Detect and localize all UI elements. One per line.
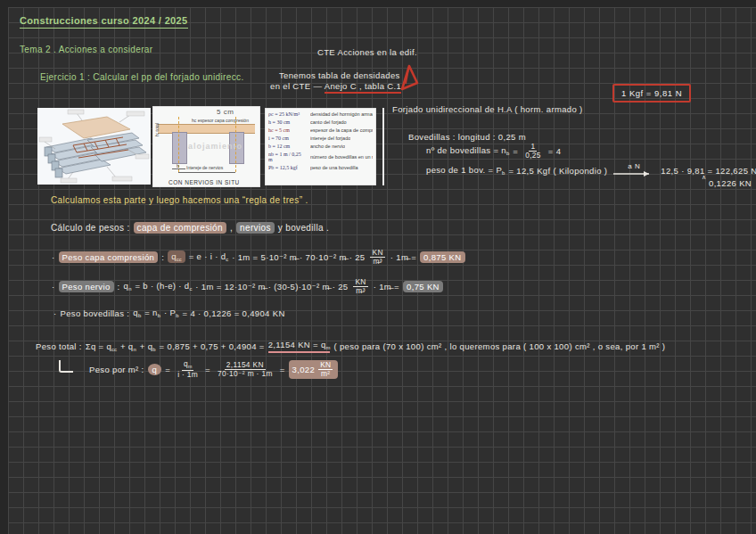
bullet: · [52, 252, 55, 262]
bovedillas-title: Bovedillas : longitud : 0,25 m [408, 132, 526, 142]
b-dimension-line [172, 168, 185, 169]
fraction-denominator: m̶³ [354, 287, 366, 295]
highlight-capa-compresion: capa de compresión [134, 222, 226, 234]
fraction-denominator: 70·10⁻² m · 1m [216, 370, 275, 378]
qcc-eq1: = e · i · dc [189, 251, 229, 262]
qn-unit-fraction: KN m̶³ [353, 278, 367, 295]
highlight-nervios: nervios [236, 222, 275, 234]
peso-capa-compresion-line: · Peso capa compresión : qcc = e · i · d… [52, 249, 465, 266]
comma: , [230, 223, 233, 233]
qcc-result: 0,875 KN [420, 251, 464, 263]
course-title: Construcciones curso 2024 / 2025 [20, 15, 188, 29]
forjado-note: Forjado unidireccional de H.A ( horm. ar… [392, 104, 583, 114]
data-row: h = 30 cm canto del forjado [265, 118, 376, 126]
section-figure: 5 cm hc espesor capa compresión h: total… [152, 106, 260, 187]
hc-label: hc espesor capa compresión [192, 118, 249, 123]
peso-por-m2-line: Peso por m² : q = qm i · 1m = 2,1154 KN … [89, 360, 338, 379]
kgf-conversion-box: 1 Kgf = 9,81 N [612, 84, 691, 103]
exercise-heading: Ejercicio 1 : Calcular el pp del forjado… [40, 72, 244, 82]
fraction-numerator: qm [182, 360, 193, 370]
watermark-text: alojamiento [188, 142, 242, 151]
fraction-denominator: m² [319, 370, 332, 378]
data-row: b = 12 cm ancho de nervio [265, 142, 376, 150]
table-note-reference: Anejo C , tabla C.1 [325, 81, 401, 94]
peso-bovedilla-line: peso de 1 bov. = Pb = 12,5 Kgf ( Kilopon… [426, 163, 756, 177]
qcc-eq1b: · 1m = 5·10⁻² m̶ · 70·10⁻² m̶ · 25 [232, 252, 365, 262]
colon: : [118, 282, 120, 292]
data-row: nb = 1 m / 0,25 m número de bovedillas e… [265, 150, 376, 163]
result-unit-fraction: KN m² [318, 361, 333, 378]
qn-result: 0,75 KN [403, 281, 443, 292]
table-note-line2: en el CTE — Anejo C , tabla C.1 [270, 81, 401, 91]
total-p1: + qn [120, 341, 136, 352]
data-symbol: ρc = 25 kN/m³ [268, 111, 306, 117]
data-values-panel: ρc = 25 kN/m³ densidad del hormigón arma… [265, 108, 376, 185]
data-symbol: nb = 1 m / 0,25 m [268, 152, 306, 162]
arrow-icon [613, 170, 654, 177]
equals-sign: = [165, 365, 170, 374]
q-symbol-circled: q [148, 364, 162, 375]
data-symbol: i = 70 cm [268, 136, 306, 141]
total-result: 2,1154 KN = qm [268, 340, 331, 353]
section-caption: CON NERVIOS IN SITU [168, 179, 240, 185]
data-row: ρc = 25 kN/m³ densidad del hormigón arma… [265, 110, 376, 118]
highlight-peso-capa: Peso capa compresión [59, 251, 159, 263]
data-description: espesor de la capa de compresión [310, 127, 373, 133]
intereje-dimension-line [178, 172, 235, 173]
cte-note: CTE Acciones en la edif. [317, 47, 417, 57]
peso-total-line: Peso total : Σq = qcc + qn + qb = 0,875 … [36, 340, 665, 353]
colon: : [161, 252, 164, 262]
calculo-label: Cálculo de pesos : [51, 223, 130, 233]
calculamos-note: Calculamos esta parte y luego hacemos un… [51, 195, 308, 205]
qb-result: = 4 · 0,1226 = 0,4904 KN [183, 308, 285, 318]
qcc-eq2: · 1m̶ = [390, 252, 416, 262]
highlight-peso-nervio: Peso nervio [59, 281, 114, 292]
red-marker-doodle [398, 63, 421, 94]
forjado-3d-drawing [37, 108, 151, 185]
qb-eqb: · Pb [164, 308, 178, 318]
data-description: ancho de nervio [310, 144, 345, 149]
text-cursor [382, 108, 384, 185]
qn-eq2: · 1m̶ = [374, 282, 399, 292]
qn-eq1: = b · (h-e) · dc [135, 281, 192, 292]
total-label: Peso total : [36, 341, 82, 351]
qb-symbol: qb [133, 308, 141, 318]
peso-nervio-line: · Peso nervio : qn = b · (h-e) · dc · 1m… [52, 278, 443, 295]
forjado-3d-figure [37, 108, 151, 185]
handwritten-5cm-annotation: 5 cm [217, 108, 234, 116]
equals-sign: = [513, 146, 518, 156]
calculo-suffix: y bovedilla . [278, 223, 329, 233]
total-p2: + qb [140, 341, 156, 352]
qn-eq1b: · 1m = 12·10⁻² m̶ · (30-5)·10⁻² m̶ · 25 [195, 282, 348, 292]
qm-over-i-fraction: qm i · 1m [176, 360, 200, 378]
peso-newtons: 12,5 · 9,81 = 122,625 N [661, 166, 756, 176]
total-mid: = 0,875 + 0,75 + 0,4904 = [160, 341, 265, 351]
numeric-fraction: 2,1154 KN 70·10⁻² m · 1m [216, 361, 275, 378]
data-description: número de bovedillas en un metro de larg… [310, 154, 373, 160]
h-total-label: h: total [154, 123, 160, 136]
bullet: · [52, 282, 55, 292]
total-parenthetical: ( peso para (70 x 100) cm² , lo queremos… [333, 341, 665, 351]
calculo-pesos-line: Cálculo de pesos : capa de compresión , … [51, 222, 329, 234]
equals-sign: = [205, 365, 210, 374]
peso-prefix: peso de 1 bov. = Pb [426, 165, 505, 176]
total-sum: Σq = qcc [86, 341, 117, 352]
qb-eq: = nb [144, 308, 160, 318]
insert-caret: ∧ [702, 174, 706, 181]
topic-heading: Tema 2 . Acciones a considerar [20, 45, 152, 54]
qcc-unit-fraction: KN m̶³ [370, 249, 384, 266]
intereje-label: Intereje de nervios [186, 165, 223, 170]
table-note-line1: Tenemos tabla de densidades [279, 70, 400, 80]
data-description: densidad del hormigón armado [310, 111, 373, 117]
data-symbol: hc = 5 cm [268, 127, 306, 133]
qn-symbol: qn [124, 281, 132, 292]
table-note-prefix: en el CTE — [270, 81, 322, 91]
final-result: 3,022 KN m² [289, 360, 339, 379]
fraction-denominator: i · 1m [176, 371, 200, 379]
nb-prefix: nº de bovedillas = nb [426, 145, 509, 156]
peso-kn: 0,1226 KN [709, 178, 752, 188]
corner-bracket [59, 360, 73, 373]
note-page: { "header": { "title": "Construcciones c… [0, 0, 756, 534]
data-description: canto del forjado [310, 119, 347, 125]
bullet: · [53, 308, 57, 318]
